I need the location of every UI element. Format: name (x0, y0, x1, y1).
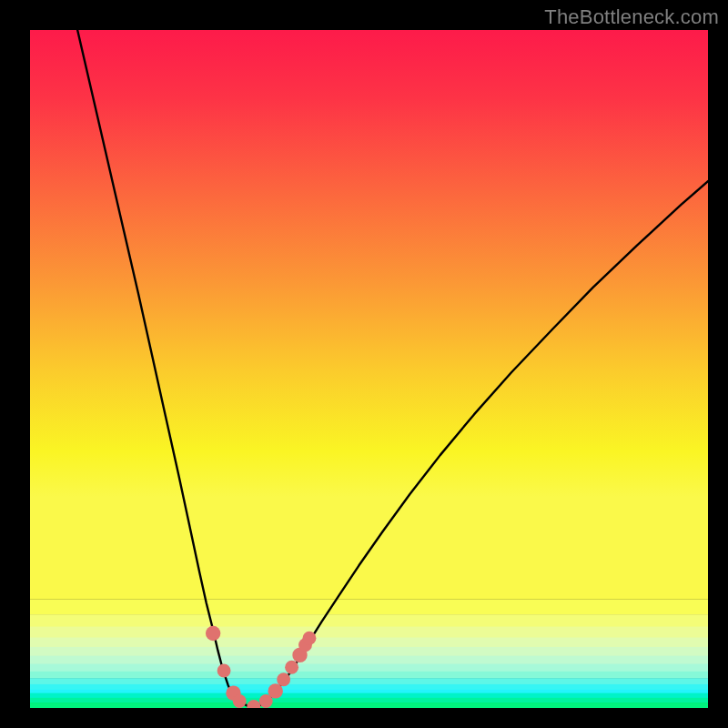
band (30, 627, 708, 638)
band (30, 638, 708, 648)
band (30, 703, 708, 708)
band (30, 684, 708, 690)
marker-right-mid-b (285, 661, 298, 674)
band (30, 664, 708, 672)
plot-area (30, 30, 708, 708)
watermark-text: TheBottleneck.com (544, 5, 719, 29)
band (30, 600, 708, 615)
band (30, 690, 708, 693)
marker-right-mid-a (277, 672, 290, 686)
gradient-bg (30, 30, 708, 600)
marker-left-mid (217, 664, 231, 678)
marker-left-upper (206, 626, 220, 641)
chart-frame: TheBottleneck.com (0, 0, 728, 728)
band (30, 656, 708, 664)
band (30, 672, 708, 679)
marker-right-upper-c (302, 632, 316, 645)
band (30, 698, 708, 703)
band (30, 693, 708, 699)
band (30, 647, 708, 656)
marker-left-low-b (233, 694, 247, 708)
band (30, 678, 708, 684)
band (30, 614, 708, 627)
chart-svg (30, 30, 708, 708)
marker-right-low-b (268, 683, 282, 698)
